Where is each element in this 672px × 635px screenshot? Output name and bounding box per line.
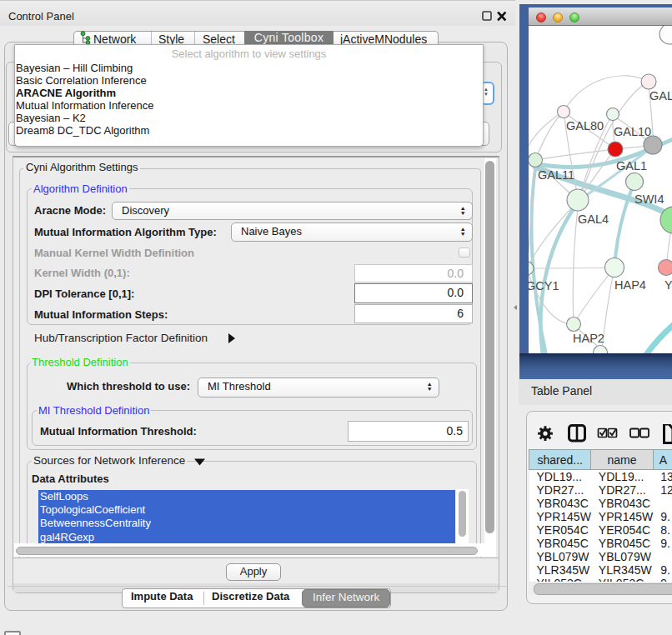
svg-text:GAL4: GAL4 <box>578 212 609 226</box>
svg-text:GAL7: GAL7 <box>649 89 672 102</box>
svg-text:Y: Y <box>664 278 672 292</box>
svg-text:HAP4: HAP4 <box>614 278 646 292</box>
svg-text:HAP2: HAP2 <box>573 332 604 345</box>
svg-text:GAL80: GAL80 <box>566 119 604 132</box>
svg-text:GAL10: GAL10 <box>614 125 651 138</box>
svg-text:GAL1: GAL1 <box>616 159 647 172</box>
svg-text:GAL11: GAL11 <box>538 168 574 182</box>
svg-text:GCY1: GCY1 <box>529 279 559 292</box>
svg-text:SWI4: SWI4 <box>634 192 664 206</box>
